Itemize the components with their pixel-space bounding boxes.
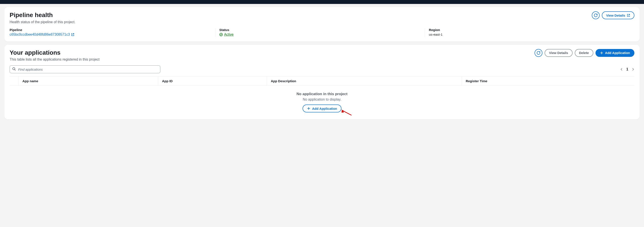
add-application-label: Add Application <box>605 51 630 55</box>
pagination: 1 <box>620 67 634 71</box>
svg-point-1 <box>13 68 15 70</box>
status-label: Status <box>219 28 420 32</box>
table-header-time[interactable]: Register Time <box>462 77 634 86</box>
search-icon <box>12 67 16 72</box>
delete-label: Delete <box>579 51 589 55</box>
chevron-left-icon <box>620 68 623 71</box>
pointer-arrow-annotation <box>341 109 352 116</box>
applications-card: Your applications This table lists all t… <box>4 45 640 120</box>
top-nav-bar <box>0 0 644 4</box>
refresh-icon <box>537 51 540 55</box>
table-header-desc[interactable]: App Description <box>267 77 462 86</box>
external-link-icon <box>627 14 630 17</box>
refresh-button[interactable] <box>534 49 542 57</box>
next-page-button[interactable] <box>631 68 634 71</box>
region-value: us-east-1 <box>429 33 629 36</box>
table-header-id[interactable]: App ID <box>158 77 267 86</box>
status-value-link[interactable]: Active <box>219 33 234 37</box>
plus-icon <box>600 51 603 55</box>
applications-subtitle: This table lists all the applications re… <box>10 58 100 62</box>
check-circle-icon <box>219 33 223 36</box>
pipeline-health-title: Pipeline health <box>10 11 76 19</box>
view-details-label: View Details <box>549 51 568 55</box>
region-label: Region <box>429 28 629 32</box>
table-header-select <box>10 77 18 86</box>
status-value: Active <box>224 33 234 37</box>
pipeline-health-subtitle: Health status of the pipeline of this pr… <box>10 20 76 24</box>
add-application-button[interactable]: Add Application <box>596 49 634 57</box>
applications-title: Your applications <box>10 49 100 56</box>
empty-subtitle: No application to display. <box>10 98 634 101</box>
pipeline-id-value: c65bc0ccdbee40d48fd86e87308571c3 <box>10 33 70 37</box>
add-application-button-empty[interactable]: Add Application <box>302 105 342 112</box>
pipeline-health-card: Pipeline health Health status of the pip… <box>4 7 640 42</box>
chevron-right-icon <box>631 68 634 71</box>
delete-button[interactable]: Delete <box>575 49 593 57</box>
view-details-label: View Details <box>606 14 625 17</box>
applications-table: App name App ID App Description Register… <box>10 76 634 115</box>
pipeline-id-link[interactable]: c65bc0ccdbee40d48fd86e87308571c3 <box>10 33 74 37</box>
refresh-icon <box>594 14 598 17</box>
pipeline-label: Pipeline <box>10 28 210 32</box>
table-header-name[interactable]: App name <box>18 77 158 86</box>
prev-page-button[interactable] <box>620 68 623 71</box>
page-number: 1 <box>626 67 628 71</box>
empty-title: No application in this project <box>10 92 634 96</box>
search-input[interactable] <box>10 65 160 73</box>
add-application-label: Add Application <box>312 107 337 110</box>
external-link-icon <box>71 33 74 36</box>
refresh-button[interactable] <box>592 11 600 19</box>
plus-icon <box>307 107 310 110</box>
view-details-button[interactable]: View Details <box>602 11 634 19</box>
empty-state: No application in this project No applic… <box>10 86 634 115</box>
view-details-button[interactable]: View Details <box>544 49 572 57</box>
